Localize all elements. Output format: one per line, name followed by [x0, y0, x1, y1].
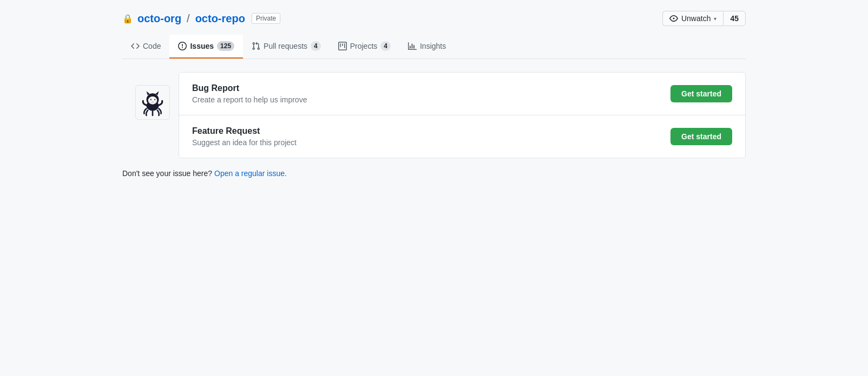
pr-icon	[252, 42, 260, 50]
feature-request-description: Suggest an idea for this project	[192, 138, 670, 147]
code-icon	[131, 42, 140, 50]
watch-label: Unwatch	[681, 14, 711, 23]
tab-issues-label: Issues	[190, 42, 214, 50]
feature-request-title: Feature Request	[192, 126, 670, 136]
chevron-down-icon: ▾	[714, 16, 716, 22]
private-badge: Private	[252, 13, 280, 24]
projects-icon	[338, 42, 347, 50]
eye-icon	[669, 14, 678, 23]
watch-button[interactable]: Unwatch ▾	[662, 11, 723, 26]
tab-insights-label: Insights	[420, 42, 446, 50]
tab-pull-requests-count: 4	[311, 41, 321, 51]
repo-header: 🔒 octo-org / octo-repo Private Unwatch ▾…	[122, 11, 746, 26]
tab-code[interactable]: Code	[122, 35, 169, 58]
svg-point-13	[155, 101, 157, 102]
tab-issues-count: 125	[217, 41, 234, 51]
repo-name-link[interactable]: octo-repo	[195, 12, 245, 25]
svg-point-8	[155, 99, 155, 100]
tab-issues[interactable]: Issues 125	[169, 35, 243, 59]
template-avatar-section	[122, 72, 179, 133]
repo-separator: /	[187, 12, 190, 25]
bug-report-get-started-button[interactable]: Get started	[670, 85, 732, 102]
tab-projects-label: Projects	[350, 42, 378, 50]
insights-icon	[408, 42, 417, 50]
bug-report-info: Bug Report Create a report to help us im…	[192, 83, 670, 104]
template-item-bug-report: Bug Report Create a report to help us im…	[179, 73, 745, 115]
tab-projects[interactable]: Projects 4	[330, 35, 399, 59]
tab-pull-requests[interactable]: Pull requests 4	[243, 35, 330, 59]
repo-org-link[interactable]: octo-org	[137, 12, 181, 25]
svg-point-2	[148, 96, 157, 105]
issue-icon	[178, 42, 187, 50]
tab-pull-requests-label: Pull requests	[264, 42, 307, 50]
watch-count: 45	[723, 11, 746, 26]
nav-tabs: Code Issues 125 Pull requests 4 Projects…	[122, 35, 746, 59]
tab-projects-count: 4	[380, 41, 391, 51]
footer-prefix: Don't see your issue here?	[122, 169, 212, 178]
template-item-feature-request: Feature Request Suggest an idea for this…	[179, 115, 745, 158]
svg-point-12	[148, 101, 150, 102]
svg-point-11	[152, 101, 153, 102]
tab-code-label: Code	[143, 42, 161, 50]
tab-insights[interactable]: Insights	[399, 35, 455, 58]
watch-button-group: Unwatch ▾ 45	[662, 11, 746, 26]
svg-point-7	[151, 99, 152, 100]
content-area: Bug Report Create a report to help us im…	[122, 72, 746, 158]
repo-title: 🔒 octo-org / octo-repo Private	[122, 12, 280, 25]
lock-icon: 🔒	[122, 14, 133, 24]
open-regular-issue-link[interactable]: Open a regular issue.	[214, 169, 287, 178]
templates-list: Bug Report Create a report to help us im…	[179, 72, 746, 158]
footer-text: Don't see your issue here? Open a regula…	[122, 169, 746, 178]
feature-request-get-started-button[interactable]: Get started	[670, 128, 732, 145]
octocat-avatar	[135, 85, 170, 120]
bug-report-title: Bug Report	[192, 83, 670, 93]
bug-report-description: Create a report to help us improve	[192, 95, 670, 104]
feature-request-info: Feature Request Suggest an idea for this…	[192, 126, 670, 147]
octocat-image	[139, 88, 167, 116]
